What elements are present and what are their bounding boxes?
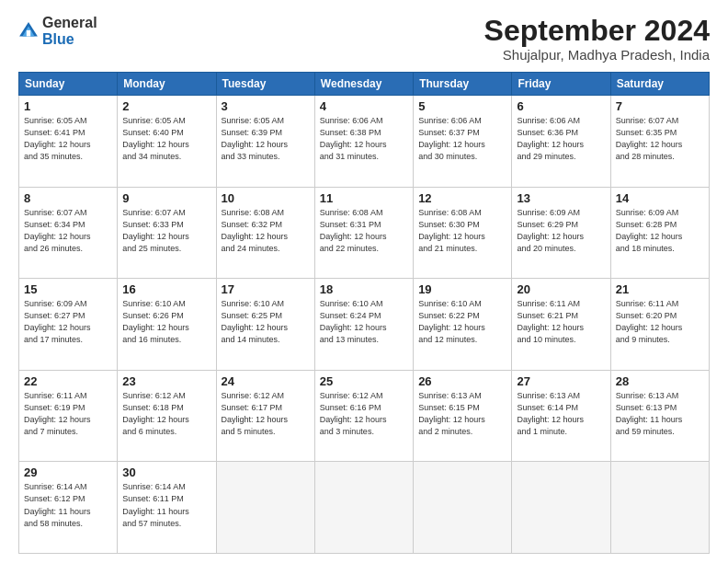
col-thursday: Thursday bbox=[414, 73, 512, 96]
day-number: 10 bbox=[222, 191, 310, 205]
day-number: 26 bbox=[418, 374, 506, 388]
day-info: Sunrise: 6:12 AM Sunset: 6:18 PM Dayligh… bbox=[122, 390, 210, 438]
table-row bbox=[216, 462, 314, 554]
day-info: Sunrise: 6:07 AM Sunset: 6:34 PM Dayligh… bbox=[24, 207, 112, 255]
day-number: 5 bbox=[418, 99, 506, 113]
svg-rect-2 bbox=[27, 30, 30, 37]
page: General Blue September 2024 Shujalpur, M… bbox=[0, 0, 728, 563]
table-row: 23Sunrise: 6:12 AM Sunset: 6:18 PM Dayli… bbox=[118, 370, 216, 462]
day-info: Sunrise: 6:14 AM Sunset: 6:12 PM Dayligh… bbox=[24, 481, 112, 529]
table-row: 6Sunrise: 6:06 AM Sunset: 6:36 PM Daylig… bbox=[512, 96, 610, 188]
day-number: 23 bbox=[122, 374, 210, 388]
table-row: 27Sunrise: 6:13 AM Sunset: 6:14 PM Dayli… bbox=[512, 370, 610, 462]
table-row: 12Sunrise: 6:08 AM Sunset: 6:30 PM Dayli… bbox=[414, 187, 512, 279]
col-wednesday: Wednesday bbox=[314, 73, 413, 96]
day-number: 14 bbox=[616, 191, 704, 205]
table-row: 21Sunrise: 6:11 AM Sunset: 6:20 PM Dayli… bbox=[610, 279, 709, 371]
day-number: 1 bbox=[24, 99, 112, 113]
table-row: 24Sunrise: 6:12 AM Sunset: 6:17 PM Dayli… bbox=[216, 370, 314, 462]
table-row: 18Sunrise: 6:10 AM Sunset: 6:24 PM Dayli… bbox=[314, 279, 413, 371]
day-info: Sunrise: 6:11 AM Sunset: 6:19 PM Dayligh… bbox=[24, 390, 112, 438]
day-info: Sunrise: 6:09 AM Sunset: 6:28 PM Dayligh… bbox=[616, 207, 704, 255]
day-info: Sunrise: 6:08 AM Sunset: 6:30 PM Dayligh… bbox=[418, 207, 506, 255]
day-number: 11 bbox=[320, 191, 408, 205]
day-number: 25 bbox=[320, 374, 408, 388]
calendar-header-row: Sunday Monday Tuesday Wednesday Thursday… bbox=[19, 73, 710, 96]
day-number: 22 bbox=[24, 374, 112, 388]
calendar-week-row: 29Sunrise: 6:14 AM Sunset: 6:12 PM Dayli… bbox=[19, 462, 710, 554]
day-info: Sunrise: 6:12 AM Sunset: 6:16 PM Dayligh… bbox=[320, 390, 408, 438]
col-sunday: Sunday bbox=[19, 73, 118, 96]
day-info: Sunrise: 6:10 AM Sunset: 6:26 PM Dayligh… bbox=[122, 298, 210, 346]
day-number: 17 bbox=[222, 282, 310, 296]
day-number: 21 bbox=[616, 282, 704, 296]
table-row: 22Sunrise: 6:11 AM Sunset: 6:19 PM Dayli… bbox=[19, 370, 118, 462]
col-monday: Monday bbox=[118, 73, 216, 96]
day-info: Sunrise: 6:05 AM Sunset: 6:41 PM Dayligh… bbox=[24, 115, 112, 163]
day-info: Sunrise: 6:10 AM Sunset: 6:25 PM Dayligh… bbox=[222, 298, 310, 346]
day-number: 18 bbox=[320, 282, 408, 296]
day-number: 16 bbox=[122, 282, 210, 296]
table-row: 26Sunrise: 6:13 AM Sunset: 6:15 PM Dayli… bbox=[414, 370, 512, 462]
col-tuesday: Tuesday bbox=[216, 73, 314, 96]
table-row: 15Sunrise: 6:09 AM Sunset: 6:27 PM Dayli… bbox=[19, 279, 118, 371]
day-info: Sunrise: 6:13 AM Sunset: 6:14 PM Dayligh… bbox=[517, 390, 605, 438]
day-number: 28 bbox=[616, 374, 704, 388]
title-location: Shujalpur, Madhya Pradesh, India bbox=[484, 47, 710, 63]
day-number: 7 bbox=[616, 99, 704, 113]
calendar-week-row: 1Sunrise: 6:05 AM Sunset: 6:41 PM Daylig… bbox=[19, 96, 710, 188]
table-row: 30Sunrise: 6:14 AM Sunset: 6:11 PM Dayli… bbox=[118, 462, 216, 554]
day-info: Sunrise: 6:05 AM Sunset: 6:40 PM Dayligh… bbox=[122, 115, 210, 163]
day-info: Sunrise: 6:07 AM Sunset: 6:33 PM Dayligh… bbox=[122, 207, 210, 255]
table-row: 4Sunrise: 6:06 AM Sunset: 6:38 PM Daylig… bbox=[314, 96, 413, 188]
calendar-week-row: 8Sunrise: 6:07 AM Sunset: 6:34 PM Daylig… bbox=[19, 187, 710, 279]
day-number: 15 bbox=[24, 282, 112, 296]
table-row: 14Sunrise: 6:09 AM Sunset: 6:28 PM Dayli… bbox=[610, 187, 709, 279]
table-row bbox=[414, 462, 512, 554]
day-number: 2 bbox=[122, 99, 210, 113]
header: General Blue September 2024 Shujalpur, M… bbox=[18, 15, 710, 63]
table-row: 25Sunrise: 6:12 AM Sunset: 6:16 PM Dayli… bbox=[314, 370, 413, 462]
day-info: Sunrise: 6:09 AM Sunset: 6:27 PM Dayligh… bbox=[24, 298, 112, 346]
day-number: 3 bbox=[222, 99, 310, 113]
day-info: Sunrise: 6:09 AM Sunset: 6:29 PM Dayligh… bbox=[517, 207, 605, 255]
day-info: Sunrise: 6:11 AM Sunset: 6:21 PM Dayligh… bbox=[517, 298, 605, 346]
table-row bbox=[610, 462, 709, 554]
day-number: 24 bbox=[222, 374, 310, 388]
day-info: Sunrise: 6:14 AM Sunset: 6:11 PM Dayligh… bbox=[122, 481, 210, 529]
day-info: Sunrise: 6:11 AM Sunset: 6:20 PM Dayligh… bbox=[616, 298, 704, 346]
title-block: September 2024 Shujalpur, Madhya Pradesh… bbox=[484, 15, 710, 63]
table-row: 1Sunrise: 6:05 AM Sunset: 6:41 PM Daylig… bbox=[19, 96, 118, 188]
logo-blue: Blue bbox=[42, 31, 74, 47]
table-row: 2Sunrise: 6:05 AM Sunset: 6:40 PM Daylig… bbox=[118, 96, 216, 188]
logo: General Blue bbox=[18, 15, 97, 48]
day-info: Sunrise: 6:07 AM Sunset: 6:35 PM Dayligh… bbox=[616, 115, 704, 163]
table-row: 29Sunrise: 6:14 AM Sunset: 6:12 PM Dayli… bbox=[19, 462, 118, 554]
table-row: 20Sunrise: 6:11 AM Sunset: 6:21 PM Dayli… bbox=[512, 279, 610, 371]
day-info: Sunrise: 6:10 AM Sunset: 6:22 PM Dayligh… bbox=[418, 298, 506, 346]
day-number: 4 bbox=[320, 99, 408, 113]
calendar-table: Sunday Monday Tuesday Wednesday Thursday… bbox=[18, 72, 710, 554]
day-number: 8 bbox=[24, 191, 112, 205]
day-number: 12 bbox=[418, 191, 506, 205]
table-row: 11Sunrise: 6:08 AM Sunset: 6:31 PM Dayli… bbox=[314, 187, 413, 279]
day-number: 29 bbox=[24, 465, 112, 479]
table-row: 28Sunrise: 6:13 AM Sunset: 6:13 PM Dayli… bbox=[610, 370, 709, 462]
day-info: Sunrise: 6:10 AM Sunset: 6:24 PM Dayligh… bbox=[320, 298, 408, 346]
day-number: 19 bbox=[418, 282, 506, 296]
day-info: Sunrise: 6:06 AM Sunset: 6:38 PM Dayligh… bbox=[320, 115, 408, 163]
table-row: 10Sunrise: 6:08 AM Sunset: 6:32 PM Dayli… bbox=[216, 187, 314, 279]
day-info: Sunrise: 6:05 AM Sunset: 6:39 PM Dayligh… bbox=[222, 115, 310, 163]
day-info: Sunrise: 6:12 AM Sunset: 6:17 PM Dayligh… bbox=[222, 390, 310, 438]
day-number: 30 bbox=[122, 465, 210, 479]
day-number: 9 bbox=[122, 191, 210, 205]
table-row: 17Sunrise: 6:10 AM Sunset: 6:25 PM Dayli… bbox=[216, 279, 314, 371]
day-info: Sunrise: 6:06 AM Sunset: 6:37 PM Dayligh… bbox=[418, 115, 506, 163]
logo-text: General Blue bbox=[42, 15, 97, 48]
table-row: 9Sunrise: 6:07 AM Sunset: 6:33 PM Daylig… bbox=[118, 187, 216, 279]
title-month: September 2024 bbox=[484, 15, 710, 47]
table-row: 5Sunrise: 6:06 AM Sunset: 6:37 PM Daylig… bbox=[414, 96, 512, 188]
table-row: 3Sunrise: 6:05 AM Sunset: 6:39 PM Daylig… bbox=[216, 96, 314, 188]
table-row: 19Sunrise: 6:10 AM Sunset: 6:22 PM Dayli… bbox=[414, 279, 512, 371]
table-row: 13Sunrise: 6:09 AM Sunset: 6:29 PM Dayli… bbox=[512, 187, 610, 279]
